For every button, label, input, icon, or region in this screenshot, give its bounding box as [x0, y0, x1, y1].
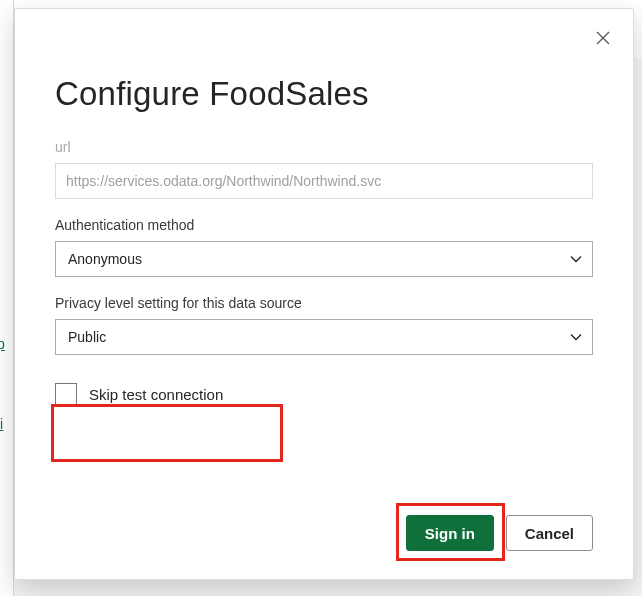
- chevron-down-icon: [570, 253, 582, 265]
- background-link-fragment: li: [0, 416, 3, 432]
- auth-select[interactable]: Anonymous: [55, 241, 593, 277]
- dialog-title: Configure FoodSales: [55, 75, 593, 113]
- skip-test-row: Skip test connection: [55, 383, 593, 405]
- privacy-field: Privacy level setting for this data sour…: [55, 295, 593, 355]
- cancel-button[interactable]: Cancel: [506, 515, 593, 551]
- background-link-fragment: p: [0, 336, 5, 352]
- skip-test-label: Skip test connection: [89, 386, 223, 403]
- url-field: url: [55, 139, 593, 199]
- privacy-select-value: Public: [68, 329, 106, 345]
- background-left-strip: [0, 0, 14, 596]
- url-label: url: [55, 139, 593, 155]
- privacy-select[interactable]: Public: [55, 319, 593, 355]
- auth-select-value: Anonymous: [68, 251, 142, 267]
- dialog-button-row: Sign in Cancel: [406, 515, 593, 551]
- privacy-label: Privacy level setting for this data sour…: [55, 295, 593, 311]
- configure-dialog: Configure FoodSales url Authentication m…: [14, 8, 634, 580]
- signin-button[interactable]: Sign in: [406, 515, 494, 551]
- auth-label: Authentication method: [55, 217, 593, 233]
- close-button[interactable]: [591, 27, 615, 51]
- skip-test-checkbox[interactable]: [55, 383, 77, 405]
- chevron-down-icon: [570, 331, 582, 343]
- url-input[interactable]: [55, 163, 593, 199]
- close-icon: [596, 31, 610, 45]
- highlight-skip-test: [51, 404, 283, 462]
- auth-field: Authentication method Anonymous: [55, 217, 593, 277]
